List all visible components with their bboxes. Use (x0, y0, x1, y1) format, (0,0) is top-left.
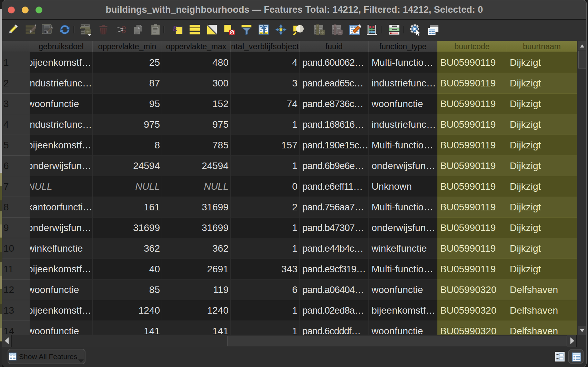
svg-text:ε: ε (173, 24, 178, 34)
